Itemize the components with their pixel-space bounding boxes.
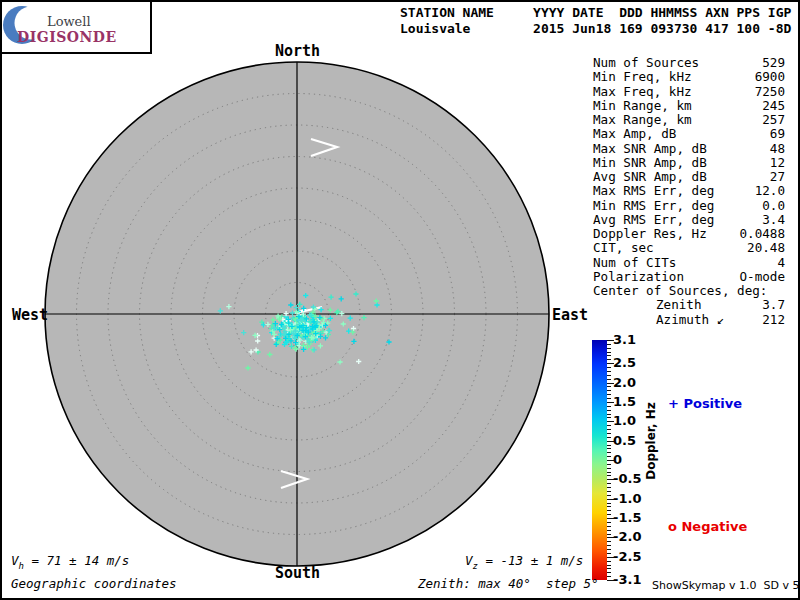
colorbar-tick	[607, 576, 611, 577]
colorbar-axis-title: Doppler, Hz	[644, 402, 658, 480]
colorbar-tick	[607, 406, 611, 407]
colorbar-tick	[607, 503, 611, 504]
stats-row: Max Freq, kHz7250	[593, 85, 785, 99]
colorbar-tick	[607, 390, 611, 391]
colorbar-tick	[607, 344, 611, 345]
colorbar-tick	[607, 530, 611, 531]
colorbar-tick	[607, 355, 611, 356]
stats-row: Center of Sources, deg:	[593, 284, 785, 298]
coordinate-system-note: Geographic coordinates	[11, 576, 177, 591]
stats-row: PolarizationO-mode	[593, 270, 785, 284]
colorbar-tick	[607, 375, 611, 376]
colorbar-tick	[607, 410, 611, 411]
colorbar-tick	[607, 348, 611, 349]
colorbar-tick-label: -2.5	[613, 549, 641, 564]
stat-value: 12	[770, 156, 785, 170]
showskymap-window: Lowell DIGISONDE STATION NAME YYYY DATE …	[0, 0, 800, 600]
stat-label: Polarization	[593, 270, 684, 284]
stat-label: CIT, sec	[593, 241, 654, 255]
colorbar-tick	[607, 534, 611, 535]
stats-row: Zenith3.7	[593, 298, 785, 312]
colorbar-tick	[607, 495, 611, 496]
stat-value: 4	[777, 256, 785, 270]
horizontal-velocity-readout: Vh = 71 ± 14 m/s	[11, 553, 129, 571]
colorbar-tick-label: 1.0	[613, 413, 636, 428]
stat-label: Center of Sources, deg:	[593, 284, 767, 298]
colorbar-tick	[607, 514, 611, 515]
stat-label: Max Amp, dB	[593, 127, 676, 141]
legend-negative-doppler: o Negative	[668, 519, 747, 534]
stat-value: 12.0	[755, 184, 785, 198]
doppler-colorbar	[592, 340, 607, 580]
colorbar-tick-label: 0.5	[613, 433, 636, 448]
header-station-values: Louisvale 2015 Jun18 169 093730 417 100 …	[400, 21, 791, 37]
colorbar-tick	[607, 433, 611, 434]
colorbar-tick	[607, 472, 611, 473]
stat-label: Min Freq, kHz	[593, 70, 692, 84]
logo-lowell-text: Lowell	[47, 14, 91, 29]
colorbar-tick	[607, 506, 611, 507]
stats-row: Avg SNR Amp, dB27	[593, 170, 785, 184]
vertical-velocity-readout: Vz = -13 ± 1 m/s	[465, 553, 583, 571]
stat-label: Max Range, km	[593, 113, 692, 127]
stat-label: Zenith	[593, 298, 702, 312]
stat-value: 257	[762, 113, 785, 127]
compass-label-east: East	[552, 306, 588, 324]
colorbar-tick	[607, 437, 611, 438]
colorbar-tick	[607, 522, 611, 523]
compass-label-west: West	[10, 306, 48, 324]
stat-value: 69	[770, 127, 785, 141]
stat-value: 212	[762, 313, 785, 327]
stat-label: Avg SNR Amp, dB	[593, 170, 707, 184]
logo-digisonde-text: DIGISONDE	[17, 29, 117, 45]
colorbar-tick	[607, 545, 611, 546]
colorbar-tick	[607, 549, 611, 550]
stats-row: Max RMS Err, deg12.0	[593, 184, 785, 198]
stat-value: 0.0488	[740, 227, 786, 241]
stat-value: 27	[770, 170, 785, 184]
stats-row: Max Amp, dB69	[593, 127, 785, 141]
colorbar-tick	[607, 398, 611, 399]
header-column-titles: STATION NAME YYYY DATE DDD HHMMSS AXN PP…	[400, 5, 791, 21]
software-version: ShowSkymap v 1.0 SD v 5.1	[652, 579, 800, 592]
stat-value: 245	[762, 99, 785, 113]
stat-value: 3.7	[762, 298, 785, 312]
stats-row: Min SNR Amp, dB12	[593, 156, 785, 170]
stats-row: Num of Sources529	[593, 56, 785, 70]
vz-value: = -13 ± 1 m/s	[478, 553, 583, 568]
colorbar-tick	[607, 526, 611, 527]
vh-value: = 71 ± 14 m/s	[24, 553, 129, 568]
stats-row: Min Freq, kHz6900	[593, 70, 785, 84]
colorbar-tick	[607, 379, 611, 380]
colorbar-tick	[607, 541, 611, 542]
stats-row: Doppler Res, Hz0.0488	[593, 227, 785, 241]
colorbar-tick-label: 2.0	[613, 375, 636, 390]
stat-value: 0.0	[762, 199, 785, 213]
colorbar-tick	[607, 468, 611, 469]
colorbar-tick	[607, 452, 611, 453]
colorbar-tick	[607, 487, 611, 488]
compass-label-south: South	[275, 564, 320, 582]
stat-label: Num of CITs	[593, 256, 676, 270]
colorbar-tick-label: -1.0	[613, 491, 641, 506]
colorbar-tick	[607, 417, 611, 418]
colorbar-tick	[607, 510, 611, 511]
colorbar-tick-label: 0	[613, 452, 622, 467]
vz-symbol: V	[465, 553, 473, 568]
stat-value: 20.48	[747, 241, 785, 255]
stat-label: Min RMS Err, deg	[593, 199, 714, 213]
stat-value: 3.4	[762, 213, 785, 227]
colorbar-tick	[607, 483, 611, 484]
colorbar-tick	[607, 553, 611, 554]
colorbar-tick	[607, 561, 611, 562]
colorbar-tick	[607, 572, 611, 573]
stats-row: Num of CITs4	[593, 256, 785, 270]
colorbar-tick	[607, 394, 611, 395]
stat-value: 7250	[755, 85, 785, 99]
colorbar-tick	[607, 352, 611, 353]
stat-label: Max SNR Amp, dB	[593, 142, 707, 156]
lowell-digisonde-logo: Lowell DIGISONDE	[0, 0, 152, 54]
colorbar-tick	[607, 429, 611, 430]
colorbar-tick	[607, 386, 611, 387]
colorbar-tick	[607, 448, 611, 449]
